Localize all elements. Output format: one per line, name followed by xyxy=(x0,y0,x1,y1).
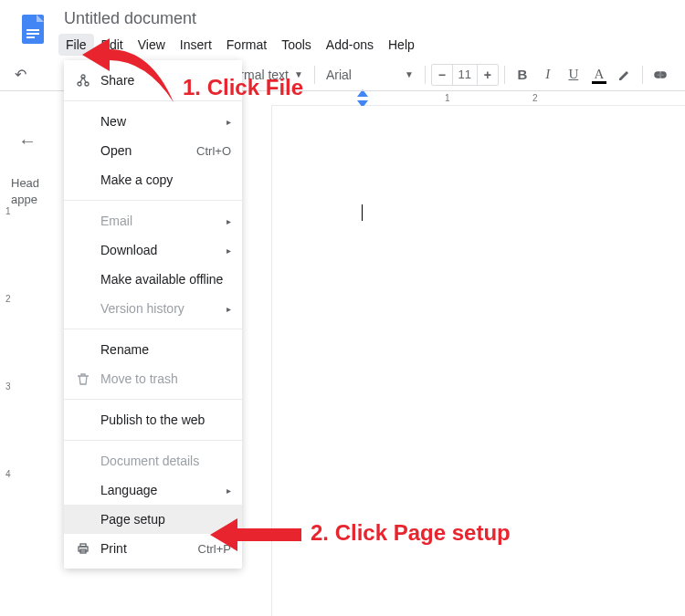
submenu-arrow-icon: ▸ xyxy=(227,117,231,127)
menu-item-label: Make available offline xyxy=(100,272,223,287)
font-dropdown[interactable]: Arial▼ xyxy=(321,63,419,87)
svg-rect-6 xyxy=(80,544,86,547)
document-title[interactable]: Untitled document xyxy=(58,7,685,32)
menu-item-page-setup[interactable]: Page setup xyxy=(64,505,242,534)
menu-item-label: Rename xyxy=(100,342,149,357)
menu-item-label: Page setup xyxy=(100,512,165,527)
file-menu-dropdown: ShareNew▸OpenCtrl+OMake a copyEmail▸Down… xyxy=(64,60,242,569)
separator xyxy=(425,66,426,84)
menu-item-label: Email xyxy=(100,214,132,228)
ruler-mark: 1 xyxy=(445,93,450,103)
text-cursor xyxy=(362,204,363,221)
outline-panel: ← Head appe xyxy=(0,91,55,616)
menu-item-version-history: Version history▸ xyxy=(64,294,242,323)
docs-logo[interactable] xyxy=(15,11,51,47)
separator xyxy=(314,66,315,84)
menu-help[interactable]: Help xyxy=(381,34,422,56)
keyboard-shortcut: Ctrl+P xyxy=(198,542,231,556)
submenu-arrow-icon: ▸ xyxy=(227,304,231,314)
menu-item-rename[interactable]: Rename xyxy=(64,335,242,364)
underline-button[interactable]: U xyxy=(562,63,585,87)
menu-item-label: Language xyxy=(100,483,157,497)
menu-item-move-to-trash: Move to trash xyxy=(64,364,242,393)
trash-icon xyxy=(75,371,91,387)
svg-rect-4 xyxy=(657,74,664,76)
font-size-group: − 11 + xyxy=(431,64,499,86)
submenu-arrow-icon: ▸ xyxy=(227,245,231,256)
ruler-mark: 2 xyxy=(532,93,538,103)
outline-placeholder: Head appe xyxy=(7,175,47,208)
submenu-arrow-icon: ▸ xyxy=(227,485,231,496)
undo-button[interactable]: ↶ xyxy=(7,62,33,88)
menu-view[interactable]: View xyxy=(131,34,173,56)
bold-button[interactable]: B xyxy=(511,63,534,87)
menu-item-download[interactable]: Download▸ xyxy=(64,235,242,265)
menu-item-label: Move to trash xyxy=(100,371,178,386)
submenu-arrow-icon: ▸ xyxy=(227,216,231,226)
font-size-input[interactable]: 11 xyxy=(452,65,478,85)
menu-item-label: Make a copy xyxy=(100,172,173,187)
menu-addons[interactable]: Add-ons xyxy=(319,34,381,56)
menu-item-label: Share xyxy=(100,73,134,88)
menu-separator xyxy=(64,100,242,101)
menu-item-label: New xyxy=(100,114,126,129)
document-page[interactable] xyxy=(271,106,685,616)
menu-item-share[interactable]: Share xyxy=(64,66,242,95)
menu-item-email: Email▸ xyxy=(64,206,242,235)
menu-item-document-details: Document details xyxy=(64,446,242,475)
menu-item-label: Version history xyxy=(100,301,184,316)
menu-item-language[interactable]: Language▸ xyxy=(64,475,242,505)
menu-item-open[interactable]: OpenCtrl+O xyxy=(64,136,242,165)
menu-item-label: Document details xyxy=(100,454,199,468)
menu-item-label: Publish to the web xyxy=(100,412,205,427)
link-button[interactable] xyxy=(648,63,672,87)
separator xyxy=(642,66,643,84)
menubar: FileEditViewInsertFormatToolsAdd-onsHelp xyxy=(58,32,685,56)
menu-item-make-available-offline[interactable]: Make available offline xyxy=(64,265,242,294)
text-color-button[interactable]: A xyxy=(587,63,611,87)
menu-separator xyxy=(64,440,242,441)
decrease-font-button[interactable]: − xyxy=(432,65,452,85)
increase-font-button[interactable]: + xyxy=(478,65,498,85)
collapse-outline-button[interactable]: ← xyxy=(11,124,44,157)
menu-item-label: Print xyxy=(100,541,127,556)
menu-tools[interactable]: Tools xyxy=(274,34,319,56)
menu-item-new[interactable]: New▸ xyxy=(64,107,242,136)
menu-item-publish-to-the-web[interactable]: Publish to the web xyxy=(64,405,242,434)
menu-insert[interactable]: Insert xyxy=(173,34,219,56)
menu-item-label: Open xyxy=(100,143,132,158)
print-icon xyxy=(75,540,91,557)
svg-rect-1 xyxy=(26,29,39,31)
menu-format[interactable]: Format xyxy=(219,34,274,56)
horizontal-ruler: 12 xyxy=(271,91,685,106)
share-icon xyxy=(75,72,91,89)
svg-rect-3 xyxy=(26,37,35,38)
highlight-button[interactable] xyxy=(613,63,637,87)
menu-separator xyxy=(64,329,242,329)
italic-button[interactable]: I xyxy=(536,63,560,87)
menu-file[interactable]: File xyxy=(58,34,94,56)
menu-item-make-a-copy[interactable]: Make a copy xyxy=(64,165,242,194)
svg-rect-2 xyxy=(26,33,39,35)
keyboard-shortcut: Ctrl+O xyxy=(196,144,231,158)
menu-edit[interactable]: Edit xyxy=(94,34,131,56)
menu-item-print[interactable]: PrintCtrl+P xyxy=(64,534,242,563)
separator xyxy=(504,66,505,84)
menu-separator xyxy=(64,399,242,400)
menu-item-label: Download xyxy=(100,243,157,257)
menu-separator xyxy=(64,200,242,201)
